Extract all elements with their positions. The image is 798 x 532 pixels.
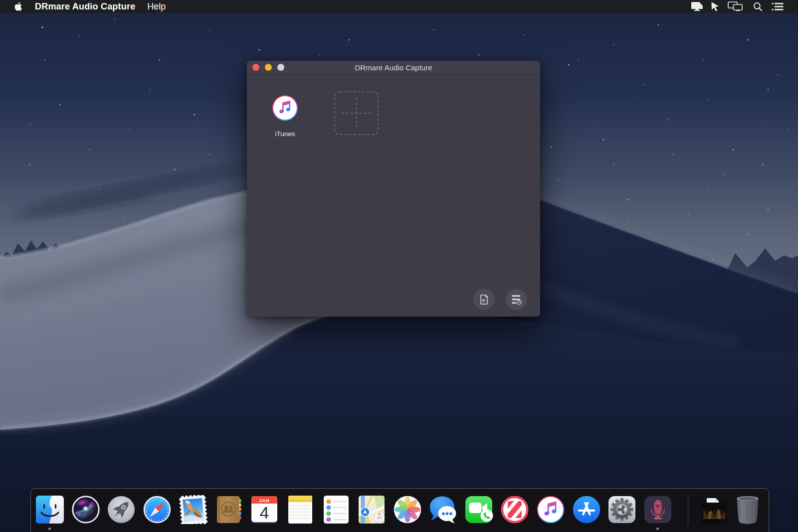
svg-text:JAN: JAN xyxy=(259,498,270,503)
svg-text:4: 4 xyxy=(260,503,269,522)
svg-text:3D: 3D xyxy=(377,516,382,520)
